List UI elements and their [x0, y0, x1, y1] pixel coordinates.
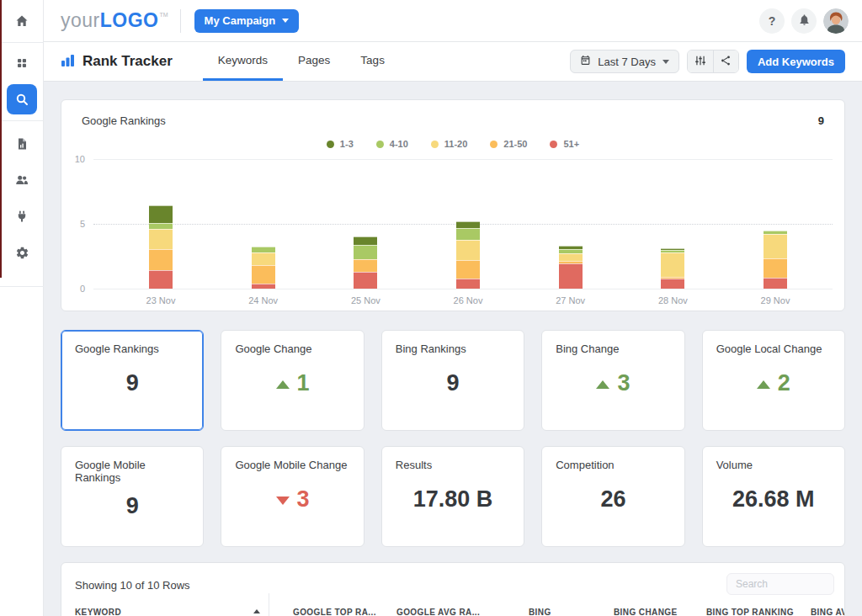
- page-title: Rank Tracker: [82, 53, 173, 70]
- column-header-bing-avg[interactable]: BING AVG...: [811, 608, 845, 616]
- legend-item-21-50[interactable]: 21-50: [490, 139, 527, 149]
- column-header-bing-change[interactable]: BING CHANGE: [614, 608, 678, 616]
- settings-button[interactable]: [7, 237, 37, 268]
- column-header-keyword[interactable]: KEYWORD: [75, 608, 121, 616]
- bar-segment-51+: [559, 263, 583, 289]
- x-axis-label: 26 Nov: [439, 295, 498, 305]
- legend-dot-icon: [327, 141, 334, 148]
- stat-card-google-mobile-change[interactable]: Google Mobile Change3: [221, 446, 364, 547]
- legend-label: 1-3: [340, 139, 354, 149]
- tab-tags[interactable]: Tags: [345, 42, 400, 81]
- add-keywords-button[interactable]: Add Keywords: [747, 50, 845, 73]
- legend-item-1-3[interactable]: 1-3: [327, 139, 354, 149]
- home-icon: [14, 13, 29, 29]
- date-range-button[interactable]: Last 7 Days: [570, 50, 679, 73]
- legend-item-4-10[interactable]: 4-10: [376, 139, 408, 149]
- stat-card-results[interactable]: Results17.80 B: [381, 446, 524, 547]
- stat-card-google-change[interactable]: Google Change1: [221, 330, 364, 431]
- tab-pages[interactable]: Pages: [283, 42, 345, 81]
- users-button[interactable]: [7, 165, 37, 195]
- column-header-google-top-ra[interactable]: GOOGLE TOP RA...: [293, 608, 376, 616]
- stat-card-value: 26: [600, 486, 625, 512]
- stat-card-value-wrap: 17.80 B: [396, 465, 510, 534]
- chart-legend: 1-34-1011-2021-5051+: [61, 139, 844, 149]
- people-icon: [14, 173, 29, 188]
- stacked-bar-24-nov: [252, 247, 275, 289]
- bar-segment-11-20: [661, 252, 684, 277]
- bar-segment-51+: [252, 284, 275, 289]
- bar-segment-11-20: [252, 252, 275, 265]
- tab-keywords[interactable]: Keywords: [203, 42, 283, 81]
- stat-card-value-wrap: 3: [556, 348, 670, 418]
- home-button[interactable]: [7, 6, 37, 36]
- notifications-button[interactable]: [791, 8, 817, 34]
- stat-card-value-wrap: 26: [556, 465, 670, 534]
- x-axis-label: 28 Nov: [643, 295, 702, 305]
- column-header-google-avg-ra[interactable]: GOOGLE AVG RA...: [396, 608, 480, 616]
- search-nav-button[interactable]: [7, 84, 37, 114]
- stat-card-value: 3: [617, 370, 630, 396]
- stacked-bar-28-nov: [661, 248, 684, 289]
- x-axis-label: 27 Nov: [541, 295, 600, 305]
- filter-columns-button[interactable]: [688, 50, 713, 72]
- stat-card-volume[interactable]: Volume26.68 M: [702, 446, 845, 547]
- keywords-table-card: Showing 10 of 10 Rows KEYWORDGOOGLE TOP …: [61, 562, 845, 616]
- stat-card-google-local-change[interactable]: Google Local Change2: [702, 330, 845, 431]
- chevron-down-icon: [282, 19, 289, 23]
- bar-segment-4-10: [252, 247, 275, 252]
- logo-prefix: your: [61, 11, 100, 30]
- integrations-button[interactable]: [7, 201, 37, 231]
- search-input[interactable]: [726, 573, 834, 595]
- stacked-bar-27-nov: [559, 246, 583, 289]
- logo-divider: [180, 9, 181, 33]
- x-axis-label: 29 Nov: [746, 295, 805, 305]
- column-header-bing[interactable]: BING: [529, 608, 551, 616]
- bar-segment-51+: [661, 279, 684, 289]
- share-icon: [720, 55, 732, 69]
- bar-segment-51+: [354, 272, 377, 289]
- gear-icon: [15, 246, 29, 260]
- stat-card-competition[interactable]: Competition26: [541, 446, 684, 547]
- plug-icon: [15, 210, 29, 223]
- stat-card-bing-change[interactable]: Bing Change3: [541, 330, 684, 431]
- bar-segment-4-10: [149, 223, 173, 229]
- google-rankings-chart-card: Google Rankings 9 1-34-1011-2021-5051+ 0…: [61, 99, 845, 311]
- top-bar: yourLOGOTM My Campaign ?: [44, 0, 862, 42]
- bar-segment-11-20: [764, 234, 787, 258]
- legend-dot-icon: [376, 141, 384, 148]
- stat-card-value-wrap: 9: [75, 348, 189, 418]
- stat-card-value-wrap: 26.68 M: [716, 465, 831, 534]
- column-header-bing-top-ranking[interactable]: BING TOP RANKING: [706, 608, 794, 616]
- stat-cards-row-1: Google Rankings9Google Change1Bing Ranki…: [61, 330, 845, 431]
- chart-title: Google Rankings: [82, 114, 166, 127]
- help-button[interactable]: ?: [759, 8, 785, 34]
- chart-plot: 051023 Nov24 Nov25 Nov26 Nov27 Nov28 Nov…: [93, 159, 833, 289]
- stat-card-google-rankings[interactable]: Google Rankings9: [61, 330, 204, 431]
- stat-cards-row-2: Google Mobile Rankings9Google Mobile Cha…: [61, 446, 845, 547]
- user-avatar[interactable]: [823, 8, 849, 34]
- bar-segment-21-50: [456, 260, 480, 279]
- stat-card-bing-rankings[interactable]: Bing Rankings9: [381, 330, 524, 431]
- apps-button[interactable]: [7, 48, 37, 78]
- sidebar: [0, 0, 44, 616]
- campaign-selector-button[interactable]: My Campaign: [194, 9, 300, 33]
- legend-item-51+[interactable]: 51+: [550, 139, 579, 149]
- bar-segment-51+: [149, 270, 173, 289]
- bar-segment-1-3: [149, 205, 173, 223]
- x-axis-label: 25 Nov: [336, 295, 395, 305]
- bar-segment-4-10: [354, 245, 377, 259]
- reports-button[interactable]: [7, 129, 37, 159]
- question-mark-icon: ?: [769, 14, 776, 28]
- bar-segment-11-20: [149, 229, 173, 249]
- legend-item-11-20[interactable]: 11-20: [431, 139, 468, 149]
- bar-segment-21-50: [252, 265, 275, 284]
- share-button[interactable]: [713, 50, 738, 72]
- stat-card-google-mobile-rankings[interactable]: Google Mobile Rankings9: [61, 446, 204, 547]
- legend-label: 51+: [563, 139, 579, 149]
- bar-segment-51+: [456, 279, 480, 289]
- stat-card-value-wrap: 9: [396, 348, 510, 418]
- sidebar-divider-top: [0, 42, 44, 43]
- y-axis-tick-0: 0: [65, 284, 85, 294]
- sort-asc-icon[interactable]: [253, 609, 260, 613]
- stat-card-value: 9: [126, 370, 139, 396]
